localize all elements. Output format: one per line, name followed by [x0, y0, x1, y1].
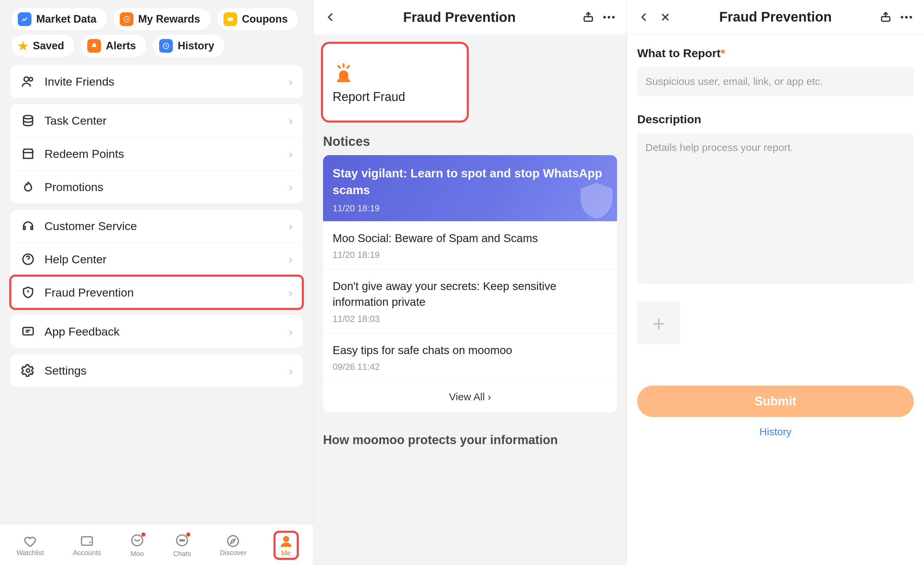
help-icon — [21, 252, 36, 267]
row-label: Invite Friends — [45, 75, 280, 88]
description-label: Description — [637, 113, 914, 126]
close-button[interactable] — [658, 10, 673, 25]
chip-label: Saved — [33, 40, 64, 52]
tab-watchlist[interactable]: Watchlist — [16, 534, 44, 557]
what-to-report-input[interactable] — [637, 67, 914, 96]
chip-label: My Rewards — [138, 13, 200, 26]
row-customer-service[interactable]: Customer Service › — [10, 210, 303, 242]
svg-point-15 — [228, 536, 239, 547]
users-icon — [21, 74, 36, 89]
svg-point-4 — [29, 77, 33, 81]
notices-heading: Notices — [314, 120, 627, 155]
clock-icon — [159, 39, 173, 53]
row-redeem-points[interactable]: Redeem Points › — [10, 137, 303, 170]
description-input[interactable] — [637, 133, 914, 284]
tab-label: Watchlist — [16, 549, 44, 557]
row-label: Settings — [45, 364, 280, 377]
svg-rect-9 — [81, 537, 92, 545]
row-invite-friends[interactable]: Invite Friends › — [10, 65, 303, 98]
svg-point-3 — [24, 77, 28, 81]
tab-label: Accounts — [73, 549, 101, 557]
view-all-label: View All — [449, 391, 485, 402]
clock-icon — [120, 12, 134, 26]
view-all-link[interactable]: View All › — [323, 381, 617, 412]
tab-discover[interactable]: Discover — [220, 534, 247, 557]
ticket-icon — [224, 12, 237, 26]
page-title: Fraud Prevention — [679, 9, 872, 25]
stack-icon — [21, 113, 36, 128]
notice-title: Don't give away your secrets: Keep sensi… — [333, 278, 608, 310]
tab-label: Me — [281, 549, 291, 557]
chart-icon — [18, 12, 32, 26]
gear-icon — [21, 363, 36, 378]
share-button[interactable] — [581, 10, 596, 25]
fire-icon — [21, 179, 36, 194]
chat-icon — [175, 533, 189, 549]
row-task-center[interactable]: Task Center › — [10, 104, 303, 137]
history-label: History — [759, 426, 791, 437]
chip-label: Alerts — [106, 40, 136, 52]
row-label: Task Center — [45, 114, 280, 128]
row-label: Redeem Points — [45, 147, 280, 161]
chevron-right-icon: › — [289, 147, 292, 161]
svg-rect-18 — [338, 80, 350, 82]
row-help-center[interactable]: Help Center › — [10, 242, 303, 276]
row-settings[interactable]: Settings › — [10, 354, 303, 387]
chip-market-data[interactable]: Market Data — [12, 8, 107, 30]
svg-rect-7 — [23, 328, 33, 335]
moo-icon — [130, 533, 144, 549]
chip-my-rewards[interactable]: My Rewards — [114, 8, 210, 30]
notice-title: Moo Social: Beware of Spam and Scams — [333, 230, 608, 246]
what-to-report-label: What to Report* — [637, 47, 914, 60]
notice-title: Easy tips for safe chats on moomoo — [333, 343, 608, 358]
tab-label: Discover — [220, 549, 247, 557]
notice-item[interactable]: Easy tips for safe chats on moomoo 09/26… — [323, 333, 617, 381]
chip-coupons[interactable]: Coupons — [217, 8, 298, 30]
chevron-right-icon: › — [289, 286, 292, 299]
row-label: Customer Service — [45, 219, 280, 233]
report-fraud-card[interactable]: Report Fraud — [323, 44, 467, 120]
back-button[interactable] — [636, 10, 652, 25]
chevron-right-icon: › — [289, 364, 292, 377]
row-fraud-prevention[interactable]: Fraud Prevention › — [10, 276, 303, 309]
tab-moo[interactable]: Moo — [130, 533, 144, 558]
bell-icon — [87, 39, 101, 53]
back-button[interactable] — [323, 10, 338, 25]
chip-label: History — [178, 40, 214, 52]
row-app-feedback[interactable]: App Feedback › — [10, 315, 303, 348]
row-label: Help Center — [45, 253, 280, 266]
notice-timestamp: 11/20 18:19 — [333, 249, 608, 260]
share-button[interactable] — [878, 10, 893, 25]
chip-saved[interactable]: ★ Saved — [12, 35, 74, 57]
chevron-right-icon: › — [289, 180, 292, 194]
more-button[interactable]: ••• — [899, 10, 914, 25]
svg-rect-1 — [228, 18, 233, 21]
message-icon — [21, 324, 36, 339]
history-link[interactable]: History — [637, 426, 914, 437]
tab-bar: Watchlist Accounts Moo Chats Discover Me — [0, 524, 313, 565]
chevron-right-icon: › — [289, 75, 292, 88]
notice-featured[interactable]: Stay vigilant: Learn to spot and stop Wh… — [323, 155, 617, 221]
tab-accounts[interactable]: Accounts — [73, 534, 101, 557]
row-label: Promotions — [45, 180, 280, 194]
star-icon: ★ — [18, 39, 28, 53]
more-button[interactable]: ••• — [602, 10, 617, 25]
chevron-right-icon: › — [289, 219, 292, 233]
notice-timestamp: 11/20 18:19 — [333, 203, 608, 214]
notice-item[interactable]: Don't give away your secrets: Keep sensi… — [323, 269, 617, 333]
notice-timestamp: 11/02 18:03 — [333, 314, 608, 324]
chip-history[interactable]: History — [153, 35, 225, 57]
chip-alerts[interactable]: Alerts — [81, 35, 146, 57]
headset-icon — [21, 218, 36, 233]
tab-me[interactable]: Me — [276, 533, 297, 558]
notice-item[interactable]: Moo Social: Beware of Spam and Scams 11/… — [323, 221, 617, 269]
row-promotions[interactable]: Promotions › — [10, 170, 303, 203]
svg-point-8 — [26, 369, 30, 372]
add-attachment-button[interactable]: ＋ — [637, 301, 680, 344]
tab-chats[interactable]: Chats — [173, 533, 191, 558]
chevron-right-icon: › — [289, 114, 292, 128]
submit-button[interactable]: Submit — [637, 386, 914, 417]
plus-icon: ＋ — [648, 309, 669, 337]
svg-point-12 — [180, 539, 181, 541]
tab-label: Chats — [173, 550, 191, 558]
